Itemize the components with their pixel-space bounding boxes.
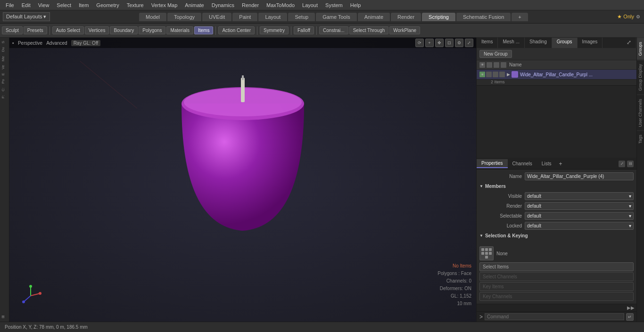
key-items-button[interactable]: Key Items — [479, 282, 634, 291]
polygons-button[interactable]: Polygons — [139, 26, 165, 34]
prop-selectable-dropdown[interactable]: default ▾ — [525, 212, 634, 220]
select-channels-button[interactable]: Select Channels — [479, 272, 634, 281]
prop-name-input[interactable] — [525, 172, 634, 180]
menu-view[interactable]: View — [34, 1, 53, 9]
group-icon-2[interactable] — [493, 72, 498, 77]
action-center-button[interactable]: Action Center — [218, 26, 255, 34]
menu-item[interactable]: Item — [75, 1, 92, 9]
tab-schematic-fusion[interactable]: Schematic Fusion — [456, 13, 511, 21]
menu-texture[interactable]: Texture — [123, 1, 148, 9]
tab-uvedit[interactable]: UVEdit — [202, 13, 231, 21]
workplane-button[interactable]: WorkPlane — [389, 26, 420, 34]
tab-setup[interactable]: Setup — [288, 13, 315, 21]
left-btn-bottom[interactable]: ⊞ — [1, 314, 8, 320]
panel-tab-items[interactable]: Items — [477, 38, 498, 48]
command-input[interactable] — [485, 313, 624, 320]
left-btn-mes[interactable]: Me — [1, 55, 8, 63]
vp-ctrl-zoom[interactable]: + — [425, 39, 434, 47]
vp-expand-icon[interactable]: ▪ — [12, 40, 14, 46]
tab-scripting[interactable]: Scripting — [422, 13, 455, 21]
props-tab-add[interactable]: + — [556, 159, 565, 169]
prop-render-dropdown[interactable]: default ▾ — [525, 202, 634, 210]
vp-ctrl-orbit[interactable]: ⟳ — [415, 39, 424, 47]
menu-maxtomodo[interactable]: MaxToModo — [263, 1, 298, 9]
list-icon-1[interactable] — [487, 62, 492, 68]
menu-edit[interactable]: Edit — [18, 1, 34, 9]
members-section[interactable]: ▼ Members — [479, 182, 506, 190]
panel-tab-groups[interactable]: Groups — [552, 38, 578, 48]
list-icon-2[interactable] — [494, 62, 499, 68]
tab-model[interactable]: Model — [139, 13, 166, 21]
menu-layout[interactable]: Layout — [298, 1, 322, 9]
viewport[interactable]: ▪ Perspective Advanced Ray GL: Off ⟳ + ✥… — [9, 38, 476, 322]
menu-file[interactable]: File — [2, 1, 18, 9]
menu-geometry[interactable]: Geometry — [92, 1, 123, 9]
group-item-row[interactable]: 👁 ▶ Wide_Altar_Pillar_Candle_Purpl ... — [477, 70, 636, 80]
tab-layout[interactable]: Layout — [258, 13, 287, 21]
vert-tab-group-display[interactable]: Group Display — [637, 60, 644, 95]
vp-ctrl-pan[interactable]: ✥ — [435, 39, 444, 47]
list-icon-3[interactable] — [501, 62, 506, 68]
group-expand-arrow[interactable]: ▶ — [507, 72, 510, 77]
new-group-button[interactable]: New Group — [479, 50, 512, 58]
menu-animate[interactable]: Animate — [181, 1, 207, 9]
vp-ctrl-settings[interactable]: ⚙ — [455, 39, 463, 47]
panel-tab-images[interactable]: Images — [578, 38, 603, 48]
key-channels-button[interactable]: Key Channels — [479, 292, 634, 301]
menu-dynamics[interactable]: Dynamics — [208, 1, 238, 9]
props-icon-1[interactable]: ⤢ — [619, 161, 625, 167]
left-btn-f[interactable]: F: — [1, 94, 8, 100]
tab-animate[interactable]: Animate — [358, 13, 390, 21]
sel-keying-section[interactable]: ▼ Selection & Keying — [479, 232, 528, 240]
layout-dropdown[interactable]: Default Layouts ▾ — [3, 12, 50, 21]
select-items-button[interactable]: Select Items — [479, 262, 634, 271]
left-btn-c[interactable]: C: — [1, 86, 8, 93]
settings-icon[interactable]: ⚙ — [636, 14, 640, 19]
select-through-button[interactable]: Select Through — [349, 26, 389, 34]
cmd-send-button[interactable]: ↵ — [626, 313, 634, 321]
materials-button[interactable]: Materials — [166, 26, 193, 34]
menu-system[interactable]: System — [322, 1, 347, 9]
vp-ctrl-fit[interactable]: ⊡ — [445, 39, 454, 47]
vert-tab-user-channels[interactable]: User Channels — [637, 95, 644, 131]
panel-tab-expand[interactable]: ⤢ — [622, 38, 636, 48]
group-icon-3[interactable] — [499, 72, 505, 77]
props-icon-2[interactable]: ⊟ — [627, 161, 634, 167]
props-tab-lists[interactable]: Lists — [537, 160, 556, 168]
boundary-button[interactable]: Boundary — [110, 26, 138, 34]
tab-game-tools[interactable]: Game Tools — [316, 13, 357, 21]
tab-paint[interactable]: Paint — [232, 13, 257, 21]
items-button[interactable]: Items — [194, 26, 213, 34]
tab-render[interactable]: Render — [391, 13, 421, 21]
auto-select-button[interactable]: Auto Select — [52, 26, 84, 34]
sculpt-button[interactable]: Sculpt — [2, 26, 23, 34]
panel-tab-shading[interactable]: Shading — [525, 38, 552, 48]
menu-help[interactable]: Help — [347, 1, 365, 9]
presets-button[interactable]: Presets — [24, 26, 47, 34]
left-btn-sc[interactable]: S — [1, 40, 8, 45]
group-eye-icon[interactable]: 👁 — [479, 72, 485, 77]
left-btn-ver[interactable]: Ve — [1, 64, 8, 71]
prop-visible-dropdown[interactable]: default ▾ — [525, 192, 634, 200]
vp-ctrl-expand[interactable]: ⤢ — [465, 39, 473, 47]
left-btn-emi[interactable]: E — [1, 72, 8, 77]
prop-locked-dropdown[interactable]: default ▾ — [525, 222, 634, 230]
menu-vertex-map[interactable]: Vertex Map — [148, 1, 182, 9]
falloff-button[interactable]: Falloff — [294, 26, 314, 34]
sk-dots-icon[interactable] — [479, 246, 494, 260]
list-icon-eye[interactable]: 👁 — [479, 62, 485, 68]
left-btn-pol[interactable]: Po — [1, 78, 8, 85]
tab-add[interactable]: + — [512, 13, 528, 21]
group-icon-1[interactable] — [486, 72, 492, 77]
left-btn-dup[interactable]: Du — [1, 46, 8, 53]
menu-select[interactable]: Select — [53, 1, 75, 9]
vertices-button[interactable]: Vertices — [85, 26, 109, 34]
panel-tab-mesh[interactable]: Mesh ... — [498, 38, 525, 48]
menu-render[interactable]: Render — [238, 1, 263, 9]
props-tab-properties[interactable]: Properties — [477, 159, 508, 168]
symmetry-button[interactable]: Symmetry — [260, 26, 289, 34]
vert-tab-tags[interactable]: Tags — [637, 130, 644, 147]
props-tab-channels[interactable]: Channels — [508, 160, 537, 168]
right-panel-expand-icon[interactable]: ▶▶ — [627, 305, 635, 310]
viewport-raygl[interactable]: Ray GL: Off — [71, 40, 101, 46]
